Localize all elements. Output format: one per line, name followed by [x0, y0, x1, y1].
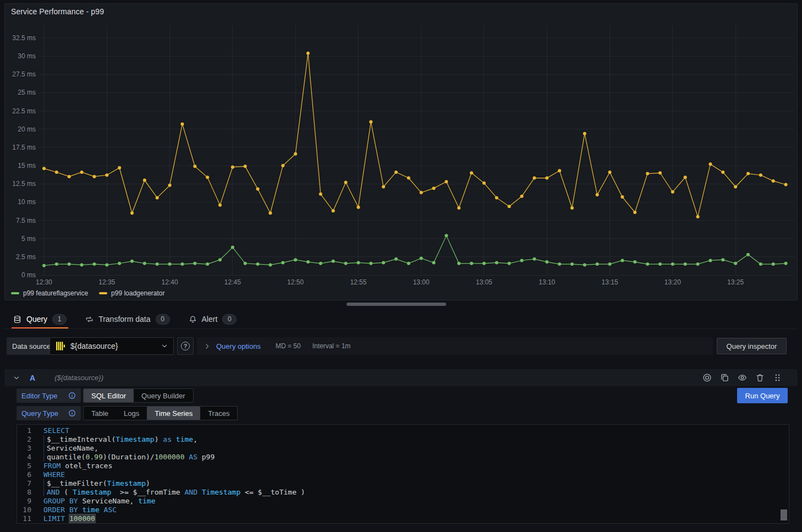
hide-response-icon[interactable]	[738, 373, 747, 382]
query-type-option-table[interactable]: Table	[84, 407, 116, 420]
line-number: 8	[17, 488, 31, 497]
run-query-button[interactable]: Run Query	[737, 388, 788, 403]
code-token: AS	[189, 453, 197, 461]
legend-item[interactable]: p99 loadgenerator	[99, 289, 164, 297]
datasource-label: Data source	[7, 337, 56, 355]
tab-query[interactable]: Query1	[12, 310, 68, 328]
code-token: SELECT	[43, 426, 69, 435]
line-number: 2	[17, 435, 31, 444]
editor-type-option-sql-editor[interactable]: SQL Editor	[84, 389, 134, 402]
remove-query-icon[interactable]	[755, 373, 765, 382]
code-line[interactable]: 2$__timeInterval(Timestamp) as time,	[17, 435, 789, 444]
query-options-link[interactable]: Query options	[216, 342, 261, 350]
svg-text:13:20: 13:20	[664, 278, 681, 286]
code-token	[65, 514, 69, 523]
info-circle-icon[interactable]	[68, 392, 76, 399]
datasource-picker[interactable]: ${datasource}	[50, 337, 174, 355]
code-token: time	[138, 497, 155, 505]
tab-transform-data[interactable]: Transform data0	[84, 310, 171, 328]
svg-text:13:10: 13:10	[539, 278, 555, 286]
code-token: LIMIT	[43, 514, 65, 523]
svg-text:7.5 ms: 7.5 ms	[16, 217, 36, 224]
code-token: ,	[193, 435, 197, 443]
query-actions	[702, 373, 782, 382]
code-token: 100000	[69, 514, 95, 523]
code-token: otel_traces	[61, 462, 112, 470]
info-circle-icon[interactable]	[68, 409, 76, 417]
line-number: 9	[17, 497, 31, 506]
legend-item[interactable]: p99 featureflagservice	[11, 289, 88, 297]
svg-text:2.5 ms: 2.5 ms	[16, 253, 36, 261]
code-line[interactable]: 8AND ( Timestamp >= $__fromTime AND Time…	[17, 488, 789, 497]
drag-handle-icon[interactable]	[773, 373, 782, 382]
sql-code-editor[interactable]: 1SELECT2$__timeInterval(Timestamp) as ti…	[17, 424, 789, 524]
scrollbar-horizontal[interactable]	[347, 303, 446, 306]
query-type-option-traces[interactable]: Traces	[200, 407, 237, 420]
query-type-label-text: Query Type	[21, 409, 58, 418]
line-number: 11	[17, 514, 31, 523]
code-token: 0.99	[85, 453, 102, 461]
svg-text:20 ms: 20 ms	[18, 125, 36, 133]
code-line[interactable]: 4quantile(0.99)(Duration)/1000000 AS p99	[17, 453, 789, 462]
code-line[interactable]: 11LIMIT 100000	[17, 514, 789, 523]
code-token: WHERE	[43, 470, 65, 479]
code-line[interactable]: 1SELECT	[17, 426, 789, 435]
duplicate-query-icon[interactable]	[720, 373, 729, 382]
code-token: p99	[197, 453, 215, 461]
query-type-group: TableLogsTime SeriesTraces	[83, 406, 238, 420]
code-line[interactable]: 10ORDER BY time ASC	[17, 506, 789, 514]
svg-text:12:30: 12:30	[36, 278, 52, 286]
code-token: GROUP BY	[43, 497, 78, 505]
svg-text:30 ms: 30 ms	[18, 52, 36, 60]
svg-text:15 ms: 15 ms	[18, 162, 36, 169]
code-token: time	[82, 506, 99, 514]
grafana-panel-editor: Service Performance - p99 0 ms2.5 ms5 ms…	[0, 0, 802, 532]
tab-alert[interactable]: Alert0	[187, 310, 239, 328]
query-row-header[interactable]: A (${datasource})	[4, 369, 798, 386]
code-token: AND	[184, 488, 197, 496]
tab-count-badge: 1	[52, 314, 67, 325]
code-token: ServiceName,	[47, 444, 98, 452]
transform-icon	[85, 315, 94, 323]
datasource-help-button[interactable]: ?	[177, 337, 194, 355]
code-token: ServiceName,	[78, 497, 139, 505]
svg-text:12.5 ms: 12.5 ms	[12, 180, 36, 188]
svg-text:12:55: 12:55	[350, 278, 366, 286]
tab-label: Transform data	[98, 315, 150, 323]
timeseries-panel: Service Performance - p99 0 ms2.5 ms5 ms…	[4, 3, 798, 300]
code-token: time	[176, 435, 193, 443]
svg-text:32.5 ms: 32.5 ms	[12, 34, 36, 42]
code-line[interactable]: 3ServiceName,	[17, 444, 789, 453]
code-line[interactable]: 7$__timeFilter(Timestamp)	[17, 479, 789, 488]
bell-icon	[189, 315, 197, 323]
disable-query-icon[interactable]	[702, 373, 712, 382]
code-line[interactable]: 6WHERE	[17, 470, 789, 479]
query-type-option-logs[interactable]: Logs	[116, 407, 147, 420]
svg-text:17.5 ms: 17.5 ms	[12, 144, 36, 151]
chevron-right-icon[interactable]	[204, 343, 211, 350]
editor-scrollbar-thumb[interactable]	[781, 509, 787, 520]
svg-text:13:05: 13:05	[476, 278, 492, 286]
code-line[interactable]: 5FROM otel_traces	[17, 462, 789, 470]
code-token: Timestamp	[73, 488, 111, 496]
line-number: 6	[17, 470, 31, 479]
code-token: Timestamp	[202, 488, 240, 496]
code-token: Timestamp	[116, 435, 154, 443]
datasource-value: ${datasource}	[70, 342, 118, 350]
query-inspector-button[interactable]: Query inspector	[717, 338, 787, 354]
query-ref-id[interactable]: A	[30, 374, 35, 382]
code-token: quantile(	[47, 453, 85, 461]
editor-type-option-query-builder[interactable]: Query Builder	[134, 389, 193, 402]
code-token: (	[59, 488, 72, 496]
code-token	[197, 488, 202, 496]
query-type-option-time-series[interactable]: Time Series	[147, 407, 200, 420]
code-line[interactable]: 9GROUP BY ServiceName, time	[17, 497, 789, 506]
code-token: 1000000	[155, 453, 185, 461]
code-token: )	[146, 479, 150, 487]
svg-text:10 ms: 10 ms	[18, 198, 36, 206]
chevron-down-icon[interactable]	[13, 374, 20, 382]
svg-text:13:00: 13:00	[413, 278, 430, 286]
database-icon	[13, 315, 21, 323]
tab-count-badge: 0	[156, 314, 170, 325]
code-token: FROM	[43, 462, 61, 470]
